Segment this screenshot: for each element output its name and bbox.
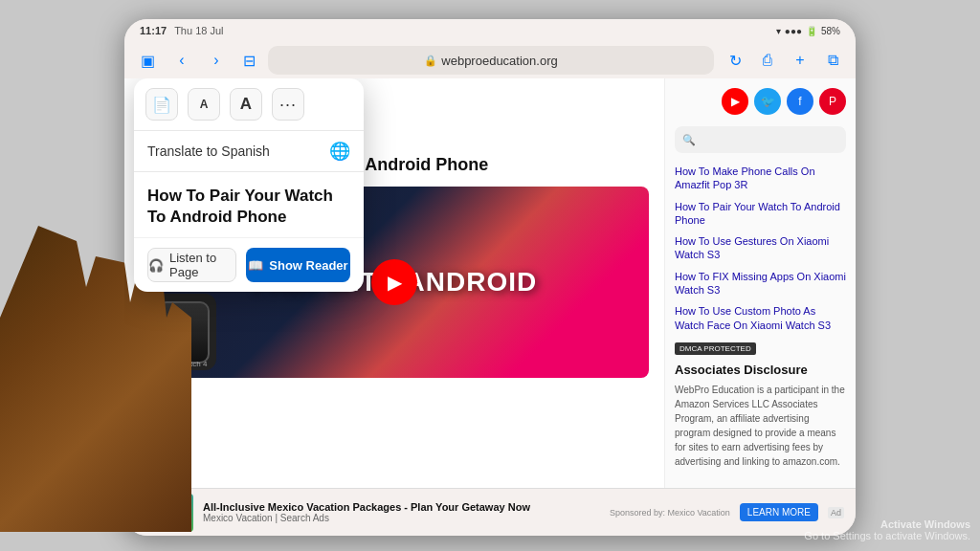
address-bar[interactable]: 🔒 webproeducation.org [268,46,714,75]
share-button[interactable]: ⎙ [754,47,781,74]
translate-label: Translate to Spanish [147,143,270,159]
ad-badge: Ad [828,507,844,518]
disclosure-text: WebPro Education is a participant in the… [675,383,846,469]
listen-label: Listen to Page [169,251,235,279]
sidebar-toggle-button[interactable]: ▣ [134,47,161,74]
add-tab-button[interactable]: + [787,47,813,74]
translate-icon: 🌐 [329,141,350,162]
twitter-button[interactable]: 🐦 [754,88,781,115]
sidebar-links: How To Make Phone Calls On Amazfit Pop 3… [675,165,846,332]
pinterest-button[interactable]: P [819,88,846,115]
social-icons: ▶ 🐦 f P [675,88,846,115]
battery-icon: 🔋 [806,26,817,36]
battery-percent: 58% [821,26,840,36]
text-large-button[interactable]: A [230,88,262,121]
ad-category: Mexico Vacation | Search Ads [203,513,600,523]
url-text: webproeducation.org [441,54,557,68]
disclosure-section: Associates Disclosure WebPro Education i… [675,363,846,469]
more-options-button[interactable]: ··· [272,88,304,121]
nav-right-icons: ↻ ⎙ + ⧉ [722,47,846,74]
activate-windows-watermark: Activate Windows Go to Settings to activ… [804,518,970,541]
sidebar-link-4[interactable]: How To FIX Missing Apps On Xiaomi Watch … [675,270,846,298]
sidebar-link-1[interactable]: How To Make Phone Calls On Amazfit Pop 3… [675,165,846,192]
content-area: How To Pair Your Watch To Android Phone … [124,78,856,488]
main-content: How To Pair Your Watch To Android Phone … [124,78,664,488]
nav-bar: ▣ ‹ › ⊟ 🔒 webproeducation.org ↻ ⎙ + ⧉ [124,42,856,78]
facebook-button[interactable]: f [787,88,813,115]
reader-icon[interactable]: ⊟ [243,52,256,70]
status-date: Thu 18 Jul [174,25,223,36]
listen-button[interactable]: 🎧 Listen to Page [147,248,236,282]
lock-icon: 🔒 [424,55,437,67]
search-input[interactable] [700,134,838,145]
back-button[interactable]: ‹ [168,47,195,74]
sidebar-link-3[interactable]: How To Use Gestures On Xiaomi Watch S3 [675,234,846,262]
ad-sponsored: Sponsored by: Mexico Vacation [610,508,730,518]
text-small-button[interactable]: A [188,88,220,121]
reader-toolbar: 📄 A A ··· [134,78,364,131]
show-reader-label: Show Reader [269,258,347,273]
disclosure-title: Associates Disclosure [675,363,846,377]
status-bar: 11:17 Thu 18 Jul ▾ ●●● 🔋 58% [124,19,856,42]
reload-button[interactable]: ↻ [722,47,748,74]
sidebar-link-2[interactable]: How To Pair Your Watch To Android Phone [675,200,846,228]
translate-row[interactable]: Translate to Spanish 🌐 [134,131,364,172]
signal-icon: ●●● [785,26,802,36]
popup-article-title: How To Pair Your Watch To Android Phone [134,172,364,238]
play-button[interactable]: ▶ [371,259,417,305]
ad-bar: All-Inclusive Mexico Vacation Packages -… [124,488,856,536]
ad-sponsored-text: Sponsored by: Mexico Vacation [610,508,730,518]
dmca-badge: DMCA PROTECTED [675,342,846,355]
activate-line2: Go to Settings to activate Windows. [804,530,970,541]
status-icons: ▾ ●●● 🔋 58% [776,26,840,36]
tabs-button[interactable]: ⧉ [819,47,846,74]
wifi-icon: ▾ [776,26,781,36]
reader-actions: 🎧 Listen to Page 📖 Show Reader [134,238,364,292]
bookmark-button[interactable]: 📄 [145,88,178,121]
forward-button[interactable]: › [203,47,230,74]
reader-icon-btn: 📖 [248,258,263,273]
ad-text: All-Inclusive Mexico Vacation Packages -… [203,501,600,523]
ad-title: All-Inclusive Mexico Vacation Packages -… [203,501,600,513]
reader-popup: 📄 A A ··· Translate to Spanish 🌐 How To … [134,78,364,292]
sidebar-link-5[interactable]: How To Use Custom Photo As Watch Face On… [675,304,846,332]
search-bar[interactable]: 🔍 [675,126,846,153]
right-sidebar: ▶ 🐦 f P 🔍 How To Make Phone Calls On Ama… [664,78,856,488]
dmca-text: DMCA PROTECTED [675,342,756,355]
headphone-icon: 🎧 [148,258,164,273]
ipad-frame: 11:17 Thu 18 Jul ▾ ●●● 🔋 58% ▣ ‹ › ⊟ 🔒 w… [124,19,856,536]
activate-line1: Activate Windows [804,518,970,530]
youtube-button[interactable]: ▶ [722,88,748,115]
search-icon: 🔍 [682,134,696,146]
show-reader-button[interactable]: 📖 Show Reader [246,248,350,282]
status-time: 11:17 [140,25,167,36]
